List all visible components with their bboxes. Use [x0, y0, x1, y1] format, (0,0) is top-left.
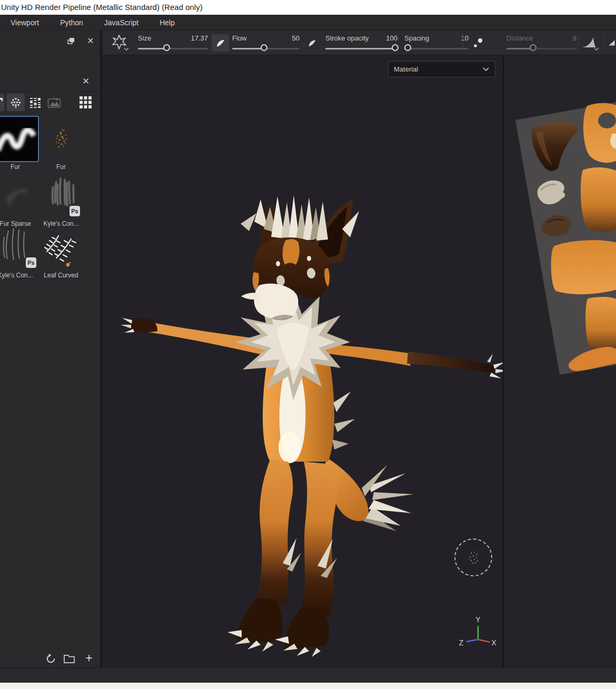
open-folder-button[interactable] — [62, 652, 76, 665]
stroke-opacity-label: Stroke opacity — [325, 34, 369, 42]
distance-knob — [530, 44, 536, 51]
filter-tab-patterns[interactable] — [46, 94, 62, 111]
sliders-icon — [29, 96, 42, 109]
restore-panel-button[interactable] — [66, 36, 76, 46]
brush-thumbnail — [0, 174, 38, 218]
plus-icon: + — [85, 651, 93, 665]
flow-value: 50 — [292, 34, 300, 42]
spacing-slider[interactable]: Spacing 10 — [404, 31, 469, 55]
axis-z-label: Z — [459, 638, 464, 647]
panel-separator — [0, 91, 100, 92]
restore-icon — [67, 37, 75, 45]
viewport-2d-uv[interactable] — [503, 55, 616, 667]
add-brush-button[interactable]: + — [82, 651, 96, 665]
stroke-opacity-track[interactable] — [325, 48, 398, 49]
pen-pressure-icon — [307, 38, 317, 48]
brush-thumbnail — [0, 117, 38, 161]
photoshop-badge: Ps — [69, 206, 80, 216]
uv-texture-sheet — [504, 55, 616, 667]
axis-gizmo[interactable]: Y X Z — [452, 613, 503, 650]
filter-tab-brushes[interactable] — [7, 94, 25, 111]
stroke-opacity-slider[interactable]: Stroke opacity 100 — [325, 31, 398, 55]
reload-shelf-button[interactable] — [44, 652, 57, 665]
pen-pressure-icon — [215, 38, 226, 48]
axis-x-label: X — [491, 638, 496, 647]
menu-javascript[interactable]: JavaScript — [97, 18, 146, 27]
spacing-track[interactable] — [404, 48, 469, 49]
size-pressure-toggle[interactable] — [212, 34, 229, 52]
brush-item-fur-2[interactable]: Fur — [41, 117, 82, 172]
axis-y-label: Y — [475, 615, 481, 624]
spacing-value: 10 — [461, 34, 469, 42]
clipped-angle-button[interactable] — [608, 36, 616, 50]
brush-item-fur-1[interactable]: Fur — [0, 117, 38, 172]
scatter-dots-icon — [472, 37, 484, 49]
size-track[interactable] — [138, 48, 208, 49]
size-slider[interactable]: Size 17.37 — [138, 31, 208, 55]
halftone-sphere-icon — [9, 96, 22, 109]
falloff-curve-icon — [581, 35, 602, 51]
close-panel-button[interactable]: ✕ — [86, 36, 95, 45]
falloff-curve-button[interactable] — [581, 35, 602, 51]
menu-viewport[interactable]: Viewport — [3, 18, 46, 27]
brush-thumbnail: Ps — [0, 225, 38, 269]
brush-stamp-preset-button[interactable] — [110, 34, 130, 52]
viewport-3d[interactable]: Material Y X Z — [103, 55, 503, 667]
taskbar-strip — [0, 683, 616, 689]
scatter-toggle[interactable] — [471, 36, 485, 50]
flow-knob[interactable] — [261, 44, 267, 51]
menu-help[interactable]: Help — [152, 18, 182, 27]
bottom-status-bar — [0, 667, 616, 683]
stroke-opacity-value: 100 — [386, 34, 398, 42]
stroke-opacity-knob[interactable] — [392, 44, 399, 51]
filter-tab-clipped[interactable] — [0, 94, 4, 111]
window-title: Unity HD Render Pipeline (Metallic Stand… — [0, 0, 616, 15]
spacing-knob[interactable] — [404, 44, 411, 51]
menu-bar: Viewport Python JavaScript Help — [0, 15, 616, 31]
brush-thumbnail: Ps — [41, 174, 82, 218]
flow-slider[interactable]: Flow 50 — [232, 31, 300, 55]
brush-label: Fur — [34, 163, 88, 171]
brush-splat-icon — [110, 34, 130, 52]
close-icon: ✕ — [82, 76, 90, 87]
brush-label: Leaf Curved — [34, 272, 88, 279]
image-icon — [47, 97, 61, 108]
brush-item-leaf-curved[interactable]: Leaf Curved — [41, 225, 82, 280]
character-model-fox — [103, 55, 503, 667]
brush-thumbnail — [41, 225, 82, 269]
brush-tip-icon — [0, 97, 3, 108]
flow-pressure-toggle[interactable] — [306, 37, 318, 49]
folder-icon — [63, 653, 75, 664]
size-value: 17.37 — [191, 34, 208, 42]
size-knob[interactable] — [163, 44, 170, 51]
brush-preview-speckle — [455, 540, 491, 575]
brush-item-fur-sparse[interactable]: Fur Sparse — [0, 174, 38, 228]
clear-search-button[interactable]: ✕ — [81, 76, 91, 86]
brush-toolbar: Size 17.37 Flow 50 Stroke opacity — [103, 31, 616, 55]
distance-label: Distance — [506, 34, 533, 42]
photoshop-badge: Ps — [26, 257, 36, 268]
close-icon: ✕ — [87, 36, 94, 46]
view-grid-button[interactable] — [76, 94, 94, 111]
distance-slider: Distance 8 — [506, 31, 577, 55]
application-window: Unity HD Render Pipeline (Metallic Stand… — [0, 0, 616, 689]
refresh-icon — [45, 653, 56, 664]
brush-cursor — [454, 538, 492, 576]
distance-track — [506, 48, 577, 49]
brush-item-kyles-con-1[interactable]: Ps Kyle's Con... — [41, 174, 82, 228]
menu-python[interactable]: Python — [53, 18, 91, 27]
angle-triangle-icon — [608, 36, 616, 50]
grid-icon — [79, 96, 92, 109]
material-mode-dropdown[interactable]: Material — [388, 61, 495, 77]
brush-item-kyles-con-2[interactable]: Ps Kyle's Con... — [0, 225, 38, 280]
filter-tab-tool-presets[interactable] — [27, 94, 43, 111]
distance-value: 8 — [573, 34, 577, 42]
color-splat-icon — [65, 262, 71, 267]
chevron-down-icon — [482, 67, 490, 72]
brush-shelf-panel: ✕ ✕ — [0, 31, 101, 667]
brush-thumbnail — [41, 117, 82, 161]
spacing-label: Spacing — [404, 34, 429, 42]
size-label: Size — [138, 34, 151, 42]
material-dropdown-value: Material — [394, 65, 418, 73]
flow-label: Flow — [232, 34, 246, 42]
